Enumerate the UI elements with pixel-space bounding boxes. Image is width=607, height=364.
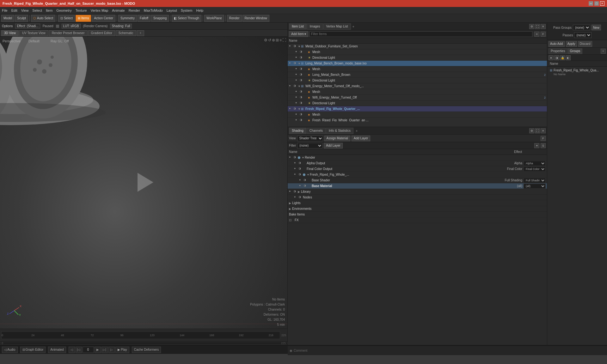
audio-button[interactable]: ◁ Audio (2, 347, 18, 353)
vp-zoom-icon[interactable]: ⊕ (272, 38, 275, 42)
list-item[interactable]: ● ◑ ■ Wifi_Energy_Meter_Turned_Off 2 (288, 95, 547, 100)
item-list-settings-icon[interactable]: ⚙ (529, 24, 534, 29)
eye-icon[interactable]: ● (295, 101, 300, 106)
eye-icon[interactable]: ● (289, 107, 293, 111)
eye-icon[interactable]: ● (295, 118, 300, 122)
render-eye-icon[interactable]: ◑ (300, 67, 304, 71)
shading-row-baseshader[interactable]: ● ◑ Base Shader Full Shading Full Shadin… (288, 178, 547, 183)
falloff-button[interactable]: Falloff (138, 15, 150, 22)
render-eye-icon[interactable]: ◑ (300, 73, 304, 77)
shading-row-bakeitems[interactable]: Bake Items (288, 212, 547, 217)
menu-view[interactable]: View (21, 9, 29, 12)
collapse-arrow[interactable]: ▼ (298, 62, 301, 65)
shading-row-fx[interactable]: ⊡ FX (288, 217, 547, 223)
vp-rotate-icon[interactable]: ↺ (268, 38, 271, 42)
groups-content[interactable]: ⊞ Fresh_Riped_Fig_Whole_Qua... No Name (547, 67, 607, 345)
sh-collapse-arrow[interactable]: ▶ (289, 202, 292, 205)
tab-vertex-map-list[interactable]: Vertex Map List (323, 23, 351, 30)
basematerial-effect-select[interactable]: (all) (524, 184, 546, 189)
shading-s-icon[interactable]: S (541, 143, 546, 148)
tab-add[interactable]: + (137, 30, 144, 36)
sh-eye-icon[interactable]: ● (289, 155, 293, 160)
sh-eye-icon[interactable]: ● (294, 173, 298, 177)
menu-help[interactable]: Help (196, 9, 203, 12)
eye-icon[interactable]: ● (295, 73, 300, 77)
filter-items-input[interactable] (310, 31, 532, 37)
render-window-button[interactable]: Render Window (242, 15, 269, 22)
baseshader-effect-select[interactable]: Full Shading (524, 178, 546, 183)
item-list-expand-icon[interactable]: ⛶ (535, 24, 540, 29)
eye-icon[interactable]: ● (289, 44, 293, 49)
shading-row-finalcolor[interactable]: ● ◑ Final Color Output Final Color Final… (288, 166, 547, 172)
list-item[interactable]: ● ◑ ☀ Directional Light (288, 78, 547, 83)
alpha-effect-select[interactable]: Alpha (524, 161, 546, 166)
groups-lock-icon[interactable]: 🔒 (560, 55, 565, 60)
eye-icon[interactable]: ● (295, 56, 300, 60)
render-eye-icon[interactable]: ◑ (300, 112, 304, 117)
sh-eye-icon[interactable]: ● (294, 161, 298, 166)
tab-channels[interactable]: Channels (307, 128, 326, 134)
auto-add-button[interactable]: Auto Add (549, 41, 565, 47)
vp-expand-icon[interactable]: ⛶ (282, 38, 286, 42)
add-item-button[interactable]: Add Item ▾ (289, 31, 308, 37)
minimize-button[interactable]: ─ (589, 1, 593, 6)
item-list-scroll-area[interactable]: ● ◑ ▼ ⊞ Metal_Outdoor_Furniture_Set_Gree… (288, 44, 547, 121)
render-eye-icon[interactable]: ◑ (293, 44, 298, 49)
menu-texture[interactable]: Texture (76, 9, 87, 12)
groups-add-icon[interactable]: + (601, 49, 606, 54)
groups-render-icon[interactable]: ◑ (554, 55, 559, 60)
timeline-scrollbar[interactable]: 0 225 (0, 341, 287, 345)
shading-row-alpha[interactable]: ● ◑ Alpha Output Alpha Alpha (288, 161, 547, 166)
workplane-button[interactable]: WorkPlane (204, 15, 224, 22)
menu-item[interactable]: Item (46, 9, 52, 12)
finalcolor-effect-select[interactable]: Final Color (524, 167, 546, 172)
sh-lock-icon[interactable]: ◑ (298, 161, 303, 166)
eye-icon[interactable]: ● (295, 50, 300, 54)
eye-icon[interactable]: ● (289, 61, 293, 66)
tab-schematic[interactable]: Schematic (116, 30, 136, 36)
group-item[interactable]: ⊞ Fresh_Riped_Fig_Whole_Qua... (549, 68, 606, 73)
list-item[interactable]: ● ◑ ■ Mesh (288, 66, 547, 72)
list-item[interactable]: ● ◑ ■ Mesh (288, 49, 547, 55)
sh-lock-icon[interactable]: ◑ (298, 173, 303, 177)
list-item[interactable]: ● ◑ ☀ Directional Light (288, 55, 547, 61)
play-end-button[interactable]: ▷| (101, 347, 108, 353)
next-frame-button[interactable]: ▷ (108, 347, 115, 353)
shading-expand-icon[interactable]: ⛶ (535, 128, 540, 133)
shading-row-lights[interactable]: ▶ Lights (288, 200, 547, 206)
sh-eye-icon[interactable]: ● (294, 195, 298, 200)
sh-lock-icon[interactable]: ◑ (293, 190, 298, 194)
list-item[interactable]: ● ◑ ▼ ⊞ Metal_Outdoor_Furniture_Set_Gree… (288, 44, 547, 49)
list-item[interactable]: ● ◑ ▼ ⊞ Fresh_Riped_Fig_Whole_Quarter_..… (288, 106, 547, 112)
tab-info-statistics[interactable]: Info & Statistics (326, 128, 353, 134)
shader-tree-select[interactable]: Shader Tree (297, 136, 323, 141)
tab-3dview[interactable]: 3D View (1, 30, 19, 36)
tab-groups[interactable]: Groups (568, 48, 583, 54)
eye-icon[interactable]: ● (295, 67, 300, 71)
cache-deformers-button[interactable]: Cache Deformers (132, 347, 161, 353)
tab-images[interactable]: Images (307, 23, 323, 30)
menu-vertexmap[interactable]: Vertex Map (91, 9, 108, 12)
shading-row-nodes[interactable]: ● ◑ Nodes (288, 195, 547, 200)
vp-fit-icon[interactable]: ⊞ (276, 38, 279, 42)
sh-lock-icon[interactable]: ◑ (298, 195, 303, 200)
sh-collapse-arrow[interactable]: ▶ (298, 190, 301, 193)
play-button[interactable]: ▶ (95, 347, 101, 353)
shading-row-environments[interactable]: ▶ Environments (288, 206, 547, 212)
list-item[interactable]: ● ◑ ▼ ⊞ Wifi_Energy_Meter_Turned_Off_mod… (288, 83, 547, 89)
item-list-close-icon[interactable]: ✕ (541, 24, 546, 29)
collapse-arrow[interactable]: ▼ (298, 85, 301, 88)
select-through-button[interactable]: ◧ Select Through (172, 15, 201, 22)
menu-maxtomodo[interactable]: MaxToModo (144, 9, 163, 12)
render-eye-icon[interactable]: ◑ (300, 56, 304, 60)
list-item[interactable]: ● ◑ ▼ ⊞ Long_Metal_Bench_Brown_modo_base… (288, 61, 547, 66)
eye-icon[interactable]: ● (289, 84, 293, 88)
timeline-track[interactable]: 0 24 48 72 96 120 144 168 192 216 (1, 331, 280, 339)
sh-lock-icon[interactable]: ◑ (304, 178, 308, 183)
groups-eye-icon[interactable]: ● (549, 55, 554, 60)
list-item[interactable]: ● ◑ ☀ Directional Light (288, 100, 547, 106)
menu-geometry[interactable]: Geometry (56, 9, 71, 12)
pass-groups-select[interactable]: (none) (573, 25, 590, 30)
sh-eye-icon[interactable]: ● (299, 178, 304, 183)
render-eye-icon[interactable]: ◑ (293, 61, 298, 66)
